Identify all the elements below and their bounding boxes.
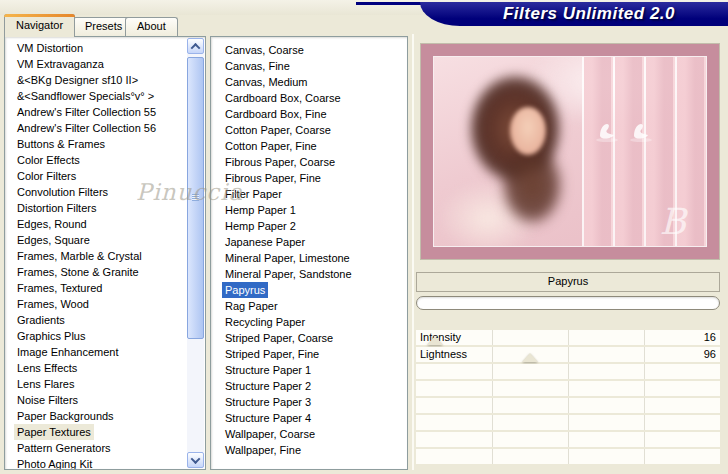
list-item[interactable]: Fibrous Paper, Fine — [222, 170, 407, 186]
list-item-label: Mineral Paper, Sandstone — [222, 266, 355, 282]
list-item[interactable]: Japanese Paper — [222, 234, 407, 250]
list-item[interactable]: Mineral Paper, Sandstone — [222, 266, 407, 282]
param-row-empty[interactable] — [416, 449, 720, 464]
list-item[interactable]: Wallpaper, Coarse — [222, 426, 407, 442]
list-item-label: VM Distortion — [14, 40, 86, 56]
list-item[interactable]: Andrew's Filter Collection 55 — [14, 104, 205, 120]
list-item[interactable]: Mineral Paper, Limestone — [222, 250, 407, 266]
list-item[interactable]: Hemp Paper 2 — [222, 218, 407, 234]
param-row[interactable]: Intensity16 — [416, 330, 720, 345]
list-item[interactable]: Cotton Paper, Fine — [222, 138, 407, 154]
param-row-empty[interactable] — [416, 432, 720, 447]
list-item[interactable]: Filter Paper — [222, 186, 407, 202]
list-item[interactable]: Buttons & Frames — [14, 136, 205, 152]
category-scrollbar[interactable] — [187, 38, 204, 468]
list-item[interactable]: Rag Paper — [222, 298, 407, 314]
tab-presets-label: Presets — [85, 20, 122, 32]
filter-list[interactable]: Canvas, CoarseCanvas, FineCanvas, Medium… — [210, 36, 408, 470]
list-item[interactable]: Cardboard Box, Fine — [222, 106, 407, 122]
list-item[interactable]: VM Distortion — [14, 40, 205, 56]
list-item[interactable]: Wallpaper, Fine — [222, 442, 407, 458]
list-item[interactable]: VM Extravaganza — [14, 56, 205, 72]
list-item[interactable]: Paper Backgrounds — [14, 408, 205, 424]
list-item[interactable]: Canvas, Medium — [222, 74, 407, 90]
list-item[interactable]: Canvas, Fine — [222, 58, 407, 74]
preview-photo: B — [434, 57, 706, 246]
list-item[interactable]: Distortion Filters — [14, 200, 205, 216]
list-item-label: Canvas, Coarse — [222, 42, 307, 58]
scrollbar-thumb[interactable] — [187, 57, 204, 339]
param-row-empty[interactable] — [416, 364, 720, 379]
photo-figure-face — [510, 107, 546, 155]
title-banner: Filters Unlimited 2.0 — [420, 2, 728, 26]
list-item[interactable]: Pattern Generators — [14, 440, 205, 456]
list-item[interactable]: Structure Paper 4 — [222, 410, 407, 426]
list-item[interactable]: Lens Effects — [14, 360, 205, 376]
list-item[interactable]: Cardboard Box, Coarse — [222, 90, 407, 106]
param-rows: Intensity16Lightness96 — [416, 330, 720, 466]
list-item[interactable]: Edges, Square — [14, 232, 205, 248]
list-item-label: Lens Effects — [14, 360, 80, 376]
list-item-label: Canvas, Fine — [222, 58, 293, 74]
param-label: Lightness — [420, 348, 467, 360]
list-item[interactable]: Frames, Stone & Granite — [14, 264, 205, 280]
list-item-label: Paper Backgrounds — [14, 408, 117, 424]
list-item-label: Lens Flares — [14, 376, 77, 392]
list-item[interactable]: Color Effects — [14, 152, 205, 168]
tab-about[interactable]: About — [125, 17, 178, 36]
tab-navigator[interactable]: Navigator — [4, 14, 75, 37]
slider-handle[interactable] — [522, 353, 538, 362]
list-item-label: Fibrous Paper, Coarse — [222, 154, 338, 170]
param-row-empty[interactable] — [416, 398, 720, 413]
list-item-label: Striped Paper, Coarse — [222, 330, 336, 346]
chevron-up-icon — [191, 42, 201, 52]
list-item[interactable]: Papyrus — [222, 282, 407, 298]
list-item[interactable]: Lens Flares — [14, 376, 205, 392]
list-item[interactable]: &<Sandflower Specials°v° > — [14, 88, 205, 104]
list-item-label: Frames, Marble & Crystal — [14, 248, 145, 264]
list-item[interactable]: Paper Textures — [14, 424, 205, 440]
list-item-label: Buttons & Frames — [14, 136, 108, 152]
slider-handle[interactable] — [427, 336, 443, 345]
list-item[interactable]: Frames, Marble & Crystal — [14, 248, 205, 264]
list-item[interactable]: Striped Paper, Coarse — [222, 330, 407, 346]
list-item[interactable]: Frames, Wood — [14, 296, 205, 312]
list-item-label: Edges, Round — [14, 216, 90, 232]
list-item[interactable]: Structure Paper 3 — [222, 394, 407, 410]
photo-figure-hair-lower — [486, 142, 578, 246]
filter-list-items: Canvas, CoarseCanvas, FineCanvas, Medium… — [211, 37, 407, 458]
list-item-label: Photo Aging Kit — [14, 456, 95, 470]
list-item[interactable]: Fibrous Paper, Coarse — [222, 154, 407, 170]
list-item-label: Hemp Paper 1 — [222, 202, 299, 218]
param-row[interactable]: Lightness96 — [416, 347, 720, 362]
list-item[interactable]: Convolution Filters — [14, 184, 205, 200]
param-row-empty[interactable] — [416, 381, 720, 396]
scroll-up-button[interactable] — [187, 38, 204, 54]
list-item[interactable]: Andrew's Filter Collection 56 — [14, 120, 205, 136]
list-item[interactable]: Graphics Plus — [14, 328, 205, 344]
list-item[interactable]: Recycling Paper — [222, 314, 407, 330]
list-item-label: Convolution Filters — [14, 184, 111, 200]
param-row-empty[interactable] — [416, 415, 720, 430]
list-item[interactable]: Gradients — [14, 312, 205, 328]
list-item[interactable]: Color Filters — [14, 168, 205, 184]
list-item[interactable]: Photo Aging Kit — [14, 456, 205, 470]
list-item[interactable]: Striped Paper, Fine — [222, 346, 407, 362]
list-item[interactable]: Noise Filters — [14, 392, 205, 408]
list-item[interactable]: Hemp Paper 1 — [222, 202, 407, 218]
list-item[interactable]: Edges, Round — [14, 216, 205, 232]
list-item[interactable]: Image Enhancement — [14, 344, 205, 360]
list-item-label: Distortion Filters — [14, 200, 99, 216]
chevron-down-icon — [191, 454, 201, 464]
category-list[interactable]: VM DistortionVM Extravaganza&<BKg Design… — [4, 36, 206, 470]
list-item-label: Structure Paper 3 — [222, 394, 314, 410]
scrollbar-grip-icon — [192, 194, 199, 201]
list-item[interactable]: Structure Paper 2 — [222, 378, 407, 394]
list-item[interactable]: Frames, Textured — [14, 280, 205, 296]
list-item[interactable]: &<BKg Designer sf10 II> — [14, 72, 205, 88]
category-list-items: VM DistortionVM Extravaganza&<BKg Design… — [5, 37, 205, 470]
list-item[interactable]: Canvas, Coarse — [222, 42, 407, 58]
list-item[interactable]: Structure Paper 1 — [222, 362, 407, 378]
scroll-down-button[interactable] — [187, 452, 204, 468]
list-item[interactable]: Cotton Paper, Coarse — [222, 122, 407, 138]
